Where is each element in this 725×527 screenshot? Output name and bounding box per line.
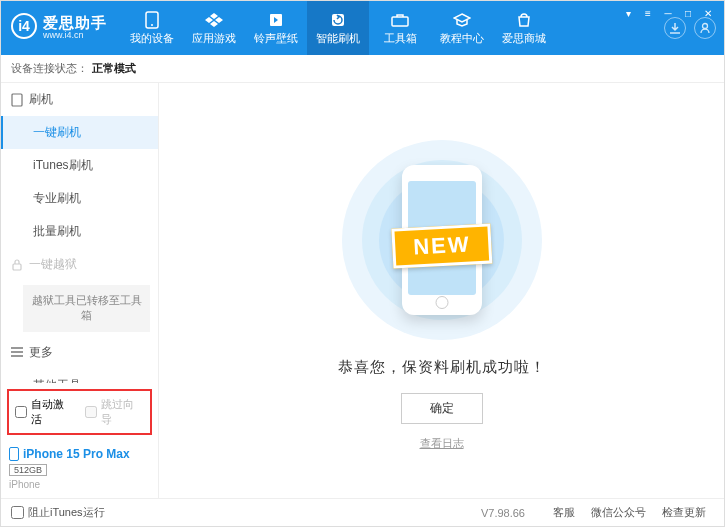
ringtone-icon	[266, 11, 286, 29]
list-icon	[11, 347, 23, 357]
svg-rect-10	[10, 448, 19, 461]
sidebar-item-othertools[interactable]: 其他工具	[1, 369, 158, 383]
logo: i4 爱思助手 www.i4.cn	[1, 13, 121, 43]
block-itunes-input[interactable]	[11, 506, 24, 519]
lock-icon	[11, 259, 23, 271]
user-button[interactable]	[694, 17, 716, 39]
success-message: 恭喜您，保资料刷机成功啦！	[338, 358, 546, 377]
sidebar-cat-more[interactable]: 更多	[1, 336, 158, 369]
nav-flash[interactable]: 智能刷机	[307, 1, 369, 55]
tutorial-icon	[452, 11, 472, 29]
skip-wizard-input	[85, 406, 97, 418]
nav-label: 智能刷机	[316, 31, 360, 46]
auto-activate-checkbox[interactable]: 自动激活	[15, 397, 75, 427]
menu-icon[interactable]: ≡	[642, 7, 654, 19]
app-title: 爱思助手	[43, 15, 107, 32]
svg-rect-9	[13, 264, 21, 270]
footer-link-update[interactable]: 检查更新	[662, 505, 706, 520]
status-bar: 设备连接状态： 正常模式	[1, 55, 724, 83]
svg-rect-8	[12, 94, 22, 106]
ok-button[interactable]: 确定	[401, 393, 483, 424]
main-nav: 我的设备 应用游戏 铃声壁纸 智能刷机 工具箱 教程中心	[121, 1, 664, 55]
checkbox-label: 阻止iTunes运行	[28, 505, 105, 520]
nav-label: 教程中心	[440, 31, 484, 46]
sidebar-cat-label: 刷机	[29, 91, 53, 108]
device-name-text: iPhone 15 Pro Max	[23, 447, 130, 461]
status-value: 正常模式	[92, 61, 136, 76]
footer: 阻止iTunes运行 V7.98.66 客服 微信公众号 检查更新	[1, 498, 724, 526]
header-actions	[664, 17, 724, 39]
device-name[interactable]: iPhone 15 Pro Max	[9, 447, 150, 461]
nav-tutorials[interactable]: 教程中心	[431, 1, 493, 55]
maximize-icon[interactable]: □	[682, 7, 694, 19]
sidebar-options-highlight: 自动激活 跳过向导	[7, 389, 152, 435]
minimize-icon[interactable]: ─	[662, 7, 674, 19]
sidebar-item-itunes[interactable]: iTunes刷机	[1, 149, 158, 182]
block-itunes-checkbox[interactable]: 阻止iTunes运行	[11, 505, 105, 520]
sidebar-item-batch[interactable]: 批量刷机	[1, 215, 158, 248]
sidebar-cat-flash[interactable]: 刷机	[1, 83, 158, 116]
flash-icon	[328, 11, 348, 29]
svg-point-7	[703, 24, 708, 29]
sidebar-item-pro[interactable]: 专业刷机	[1, 182, 158, 215]
device-icon	[142, 11, 162, 29]
view-log-link[interactable]: 查看日志	[420, 436, 464, 451]
nav-label: 应用游戏	[192, 31, 236, 46]
svg-rect-6	[392, 17, 408, 26]
device-info: iPhone 15 Pro Max 512GB iPhone	[1, 441, 158, 498]
store-icon	[514, 11, 534, 29]
nav-ringtones[interactable]: 铃声壁纸	[245, 1, 307, 55]
download-button[interactable]	[664, 17, 686, 39]
apps-icon	[204, 11, 224, 29]
phone-icon	[11, 93, 23, 107]
version-text: V7.98.66	[481, 507, 525, 519]
auto-activate-input[interactable]	[15, 406, 27, 418]
app-url: www.i4.cn	[43, 31, 107, 41]
dropdown-icon[interactable]: ▾	[622, 7, 634, 19]
new-ribbon: NEW	[391, 223, 492, 268]
nav-label: 我的设备	[130, 31, 174, 46]
sidebar-item-oneclick[interactable]: 一键刷机	[1, 116, 158, 149]
window-controls: ▾ ≡ ─ □ ✕	[622, 7, 714, 19]
toolbox-icon	[390, 11, 410, 29]
main-content: NEW 恭喜您，保资料刷机成功啦！ 确定 查看日志	[159, 83, 724, 498]
jailbreak-note: 越狱工具已转移至工具箱	[23, 285, 150, 332]
sidebar-cat-label: 更多	[29, 344, 53, 361]
device-storage: 512GB	[9, 464, 47, 476]
nav-apps[interactable]: 应用游戏	[183, 1, 245, 55]
logo-icon: i4	[11, 13, 37, 43]
success-graphic: NEW	[327, 140, 557, 340]
footer-link-support[interactable]: 客服	[553, 505, 575, 520]
sidebar-cat-jailbreak: 一键越狱	[1, 248, 158, 281]
checkbox-label: 跳过向导	[101, 397, 145, 427]
nav-label: 爱思商城	[502, 31, 546, 46]
footer-link-wechat[interactable]: 微信公众号	[591, 505, 646, 520]
svg-point-3	[151, 24, 153, 26]
svg-text:i4: i4	[18, 18, 30, 34]
sidebar: 刷机 一键刷机 iTunes刷机 专业刷机 批量刷机 一键越狱 越狱工具已转移至…	[1, 83, 159, 498]
nav-store[interactable]: 爱思商城	[493, 1, 555, 55]
phone-icon	[9, 447, 19, 461]
close-icon[interactable]: ✕	[702, 7, 714, 19]
nav-toolbox[interactable]: 工具箱	[369, 1, 431, 55]
nav-label: 工具箱	[384, 31, 417, 46]
header: ▾ ≡ ─ □ ✕ i4 爱思助手 www.i4.cn 我的设备 应用游戏	[1, 1, 724, 55]
checkbox-label: 自动激活	[31, 397, 75, 427]
nav-label: 铃声壁纸	[254, 31, 298, 46]
device-os: iPhone	[9, 479, 150, 490]
status-label: 设备连接状态：	[11, 61, 88, 76]
sidebar-cat-label: 一键越狱	[29, 256, 77, 273]
skip-wizard-checkbox: 跳过向导	[85, 397, 145, 427]
nav-my-device[interactable]: 我的设备	[121, 1, 183, 55]
